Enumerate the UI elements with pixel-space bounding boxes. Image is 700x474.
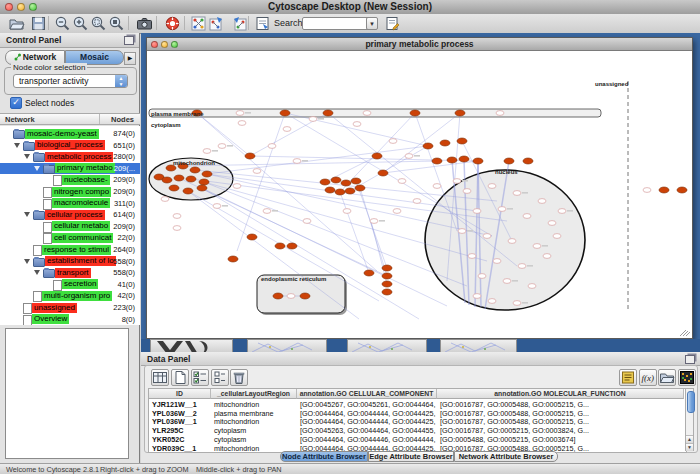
node-selected-orange[interactable] [331, 177, 341, 183]
node-selected-orange[interactable] [186, 176, 196, 182]
help-icon[interactable] [164, 15, 181, 32]
cell[interactable]: [GO:0016787, GO:0005488, GO:0005215, G..… [437, 409, 684, 418]
column-header-1[interactable]: ID [149, 389, 211, 399]
tree-row-unassigned[interactable]: unassigned223(0) [0, 302, 140, 313]
node-selected-orange[interactable] [300, 293, 310, 299]
cell[interactable]: cytoplasm [211, 426, 297, 435]
node-selected-orange[interactable] [455, 110, 465, 116]
node-selected-orange[interactable] [457, 138, 467, 144]
tab-network-attribute-browser[interactable]: Network Attribute Browser [454, 451, 558, 462]
import-attrs-icon[interactable] [658, 369, 676, 386]
select-attrs-icon[interactable] [191, 369, 209, 386]
node-selected-orange[interactable] [364, 270, 374, 276]
cell[interactable]: YDR039C__1 [149, 444, 211, 453]
node-selected-orange[interactable] [245, 153, 255, 159]
node-selected-orange[interactable] [382, 289, 392, 295]
annotation-icon[interactable] [384, 15, 401, 32]
node-selected-orange[interactable] [280, 110, 290, 116]
node-selected-orange[interactable] [325, 187, 335, 193]
tab-overflow-arrow[interactable]: ▶ [124, 52, 136, 65]
disclosure-triangle-icon[interactable] [34, 166, 40, 171]
tree-row-multi-organism-pro[interactable]: multi-organism pro42(0) [0, 290, 140, 301]
tree-row-metabolic-process[interactable]: metabolic process280(0) [0, 151, 140, 162]
node-selected-orange[interactable] [169, 185, 179, 191]
node-selected-orange[interactable] [432, 158, 442, 164]
cell[interactable]: [GO:0044464, GO:0044444, GO:0044425, G..… [297, 409, 437, 418]
node-selected-orange[interactable] [202, 171, 212, 177]
background-window-2[interactable] [247, 339, 327, 352]
float-panel-icon[interactable] [124, 36, 134, 45]
tree-row-transport[interactable]: transport558(0) [0, 267, 140, 278]
unselect-attrs-icon[interactable] [211, 369, 229, 386]
tree-row-macromolecule[interactable]: macromolecule311(0) [0, 198, 140, 209]
tab-node-attribute-browser[interactable]: Node Attribute Browser [280, 451, 368, 462]
import-table-icon[interactable] [254, 15, 271, 32]
tree-row-overview[interactable]: Overview8(0) [0, 314, 140, 325]
node-selected-orange[interactable] [247, 234, 257, 240]
zoom-fit-icon[interactable] [108, 15, 125, 32]
function-builder-icon[interactable]: f(x) [639, 369, 657, 386]
open-icon[interactable] [8, 15, 25, 32]
cell[interactable]: YJR121W__1 [149, 400, 211, 409]
matrix-icon[interactable] [678, 369, 696, 386]
layout-icon[interactable] [208, 15, 225, 32]
save-icon[interactable] [30, 15, 47, 32]
node-selected-orange[interactable] [355, 185, 365, 191]
node-selected-orange[interactable] [323, 110, 333, 116]
cell[interactable]: YPL036W__2 [149, 409, 211, 418]
node-selected-orange[interactable] [382, 281, 392, 287]
scrollbar-thumb[interactable] [687, 391, 695, 413]
node-selected-orange[interactable] [190, 167, 200, 173]
column-header-4[interactable]: annotation.GO MOLECULAR_FUNCTION [437, 389, 684, 399]
node-selected-orange[interactable] [382, 265, 392, 271]
search-input[interactable] [302, 17, 370, 30]
disclosure-triangle-icon[interactable] [34, 270, 40, 275]
node-selected-orange[interactable] [447, 157, 457, 163]
node-selected-orange[interactable] [423, 143, 433, 149]
cell[interactable]: mitochondrion [211, 400, 297, 409]
node-selected-orange[interactable] [410, 110, 420, 116]
tab-edge-attribute-browser[interactable]: Edge Attribute Browser [368, 451, 454, 462]
tree-row-nitrogen-compo[interactable]: nitrogen compo209(0) [0, 186, 140, 197]
birds-eye-view[interactable] [5, 328, 129, 459]
vizmap-icon[interactable] [231, 15, 248, 32]
zoom-in-icon[interactable] [72, 15, 89, 32]
node-selected-orange[interactable] [197, 185, 207, 191]
node-selected-orange[interactable] [162, 177, 172, 183]
tree-row-secretion[interactable]: secretion41(0) [0, 279, 140, 290]
tree-row-biological-process[interactable]: biological_process651(0) [0, 140, 140, 151]
tree-row-response-to-stimul[interactable]: response to stimul264(0) [0, 244, 140, 255]
network-window-titlebar[interactable]: primary metabolic process [147, 38, 692, 51]
background-window-3[interactable] [347, 339, 427, 352]
node-selected-orange[interactable] [382, 273, 392, 279]
network-view-icon[interactable] [190, 15, 207, 32]
disclosure-triangle-icon[interactable] [24, 154, 30, 159]
tree-row-establishment-of-lo[interactable]: establishment of lo558(0) [0, 256, 140, 267]
node-selected-orange[interactable] [523, 158, 533, 164]
column-header-3[interactable]: annotation.GO CELLULAR_COMPONENT [297, 389, 437, 399]
background-window-4[interactable] [440, 339, 517, 352]
disclosure-triangle-icon[interactable] [14, 143, 20, 148]
select-nodes-checkbox[interactable]: ✓ [10, 97, 22, 109]
cell[interactable]: mitochondrion [211, 417, 297, 426]
node-selected-orange[interactable] [183, 188, 193, 194]
tree-row-cell-communicat[interactable]: cell communicat22(0) [0, 232, 140, 243]
node-selected-orange[interactable] [677, 187, 687, 193]
node-selected-orange[interactable] [351, 178, 361, 184]
data-panel-float-icon[interactable] [685, 355, 695, 364]
node-selected-orange[interactable] [459, 156, 469, 162]
snapshot-icon[interactable] [136, 15, 153, 32]
node-selected-orange[interactable] [287, 243, 297, 249]
delete-attr-icon[interactable] [230, 369, 248, 386]
node-selected-orange[interactable] [440, 140, 450, 146]
node-selected-orange[interactable] [345, 188, 355, 194]
cell[interactable]: plasma membrane [211, 409, 297, 418]
cell[interactable]: [GO:0045263, GO:0044464, GO:0044455, G..… [297, 426, 437, 435]
node-selected-orange[interactable] [199, 179, 209, 185]
cell[interactable]: [GO:0044464, GO:0044444, GO:0044425, G..… [297, 417, 437, 426]
network-canvas[interactable]: plasma membranecytoplasmmitochondrionnuc… [147, 51, 692, 338]
cell[interactable]: [GO:0016787, GO:0005215, GO:0003824, G..… [437, 426, 684, 435]
disclosure-triangle-icon[interactable] [24, 212, 30, 217]
notes-icon[interactable] [619, 369, 637, 386]
node-selected-orange[interactable] [378, 170, 388, 176]
